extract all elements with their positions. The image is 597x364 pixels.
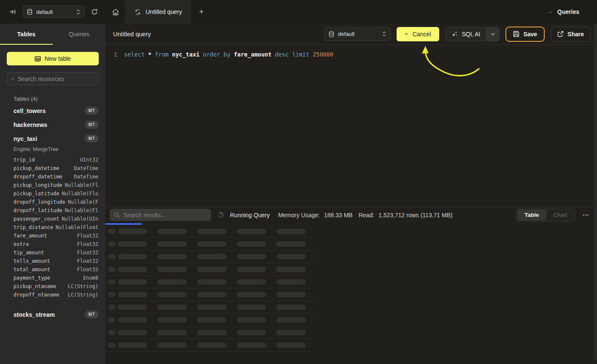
column-row: pickup_latitude Nullable(Flo bbox=[14, 189, 98, 198]
sql-code-line: select * from nyc_taxi order by fare_amo… bbox=[124, 50, 333, 59]
topbar: default bbox=[0, 0, 597, 24]
sql-token: desc bbox=[275, 51, 289, 58]
column-type: Float32 bbox=[77, 258, 98, 264]
sql-ai-button[interactable]: SQL AI bbox=[445, 27, 500, 41]
table-engine-label: Engine: MergeTree bbox=[0, 146, 105, 155]
columns-list: trip_id UInt32 pickup_datetime DateTime … bbox=[0, 155, 105, 302]
results-search[interactable] bbox=[110, 209, 211, 221]
share-label: Share bbox=[567, 31, 584, 38]
save-button[interactable]: Save bbox=[505, 27, 545, 42]
column-row: fare_amount Float32 bbox=[14, 232, 98, 240]
queries-dots-icon: ·· bbox=[548, 9, 553, 15]
scrollbar-track[interactable] bbox=[594, 24, 597, 361]
skeleton-cell bbox=[118, 330, 147, 335]
sidebar-collapse-icon[interactable] bbox=[9, 9, 16, 15]
skeleton-cell bbox=[157, 317, 187, 323]
app-window: default bbox=[0, 0, 597, 364]
tables-section-label: Tables (4) bbox=[14, 96, 105, 102]
query-progress-bar bbox=[105, 223, 142, 225]
column-row: passenger_count Nullable(UIn bbox=[14, 215, 98, 223]
skeleton-cell bbox=[118, 241, 147, 247]
sparkles-icon bbox=[451, 31, 458, 38]
skeleton-cell bbox=[157, 229, 187, 234]
table-row[interactable]: nyc_taxi MT bbox=[0, 132, 105, 146]
view-toggle-chart[interactable]: Chart bbox=[546, 210, 575, 221]
skeleton-cell bbox=[118, 279, 147, 285]
skeleton-row bbox=[105, 339, 316, 352]
tables-list: cell_towers MT hackernews MT nyc_taxi MT… bbox=[0, 104, 105, 321]
sql-ai-main[interactable]: SQL AI bbox=[446, 27, 486, 41]
editor-database-selector-value: default bbox=[338, 31, 354, 37]
sidebar-search[interactable] bbox=[7, 72, 99, 85]
table-row[interactable]: hackernews MT bbox=[0, 118, 105, 132]
home-tab[interactable] bbox=[105, 0, 125, 24]
more-options-button[interactable]: ••• bbox=[581, 213, 591, 217]
sql-token: nyc_taxi bbox=[172, 51, 200, 58]
close-icon: × bbox=[405, 31, 408, 37]
skeleton-cell bbox=[237, 279, 266, 285]
table-engine-badge: MT bbox=[85, 121, 99, 129]
sql-editor[interactable]: 1 select * from nyc_taxi order by fare_a… bbox=[105, 45, 597, 207]
refresh-icon[interactable] bbox=[91, 8, 98, 15]
skeleton-cell bbox=[237, 317, 266, 323]
sql-ai-dropdown[interactable] bbox=[486, 27, 499, 41]
database-selector[interactable]: default bbox=[22, 5, 85, 18]
table-engine-badge: MT bbox=[85, 107, 99, 115]
new-tab-button[interactable]: + bbox=[191, 0, 211, 24]
share-button[interactable]: Share bbox=[551, 27, 591, 42]
column-type: Nullable(F bbox=[68, 199, 98, 205]
sidebar: Tables Queries New table Tables (4) cell… bbox=[0, 24, 105, 364]
tab-untitled-query[interactable]: Untitled query bbox=[125, 0, 191, 24]
database-icon bbox=[27, 9, 32, 15]
cancel-label: Cancel bbox=[413, 31, 431, 38]
home-icon bbox=[112, 8, 119, 16]
sidebar-search-input[interactable] bbox=[18, 75, 94, 82]
skeleton-cell bbox=[118, 342, 147, 348]
skeleton-row bbox=[105, 238, 316, 251]
skeleton-cell bbox=[108, 267, 116, 272]
column-row: pickup_ntaname LC(String) bbox=[14, 282, 98, 291]
column-name: fare_amount bbox=[14, 233, 47, 239]
column-name: passenger_count bbox=[14, 216, 59, 222]
skeleton-cell bbox=[197, 229, 227, 234]
skeleton-row bbox=[105, 314, 316, 326]
save-label: Save bbox=[523, 31, 537, 38]
queries-link[interactable]: ·· Queries bbox=[548, 0, 597, 24]
chevron-updown-icon bbox=[382, 31, 386, 37]
column-name: tip_amount bbox=[14, 250, 44, 256]
skeleton-row bbox=[105, 276, 316, 289]
cancel-button[interactable]: × Cancel bbox=[397, 27, 439, 41]
skeleton-cell bbox=[108, 317, 116, 323]
sidebar-tab-tables[interactable]: Tables bbox=[0, 24, 53, 45]
table-row[interactable]: stocks_stream MT bbox=[0, 307, 105, 321]
table-row[interactable]: cell_towers MT bbox=[0, 104, 105, 118]
column-type: UInt32 bbox=[80, 157, 98, 163]
column-name: pickup_ntaname bbox=[14, 283, 56, 289]
skeleton-cell bbox=[118, 267, 147, 272]
view-toggle: Table Chart bbox=[516, 209, 575, 221]
skeleton-cell bbox=[118, 229, 147, 234]
tab-sync-icon bbox=[135, 9, 141, 15]
main-panel: Untitled query default × Cancel bbox=[105, 24, 597, 364]
skeleton-cell bbox=[276, 305, 306, 310]
editor-database-selector[interactable]: default bbox=[324, 27, 391, 41]
skeleton-cell bbox=[157, 279, 187, 285]
skeleton-cell bbox=[197, 241, 227, 247]
search-icon bbox=[11, 76, 14, 82]
skeleton-cell bbox=[118, 254, 147, 259]
column-row: tolls_amount Float32 bbox=[14, 257, 98, 265]
view-toggle-table[interactable]: Table bbox=[517, 210, 546, 221]
query-status: Running Query bbox=[230, 212, 270, 218]
sidebar-tab-queries[interactable]: Queries bbox=[53, 24, 105, 45]
column-row: dropoff_longitude Nullable(F bbox=[14, 198, 98, 206]
sql-token bbox=[309, 51, 313, 58]
results-search-input[interactable] bbox=[123, 212, 207, 218]
queries-link-label: Queries bbox=[557, 8, 579, 15]
skeleton-row bbox=[105, 289, 316, 301]
new-table-button[interactable]: New table bbox=[7, 52, 99, 65]
spinner-icon bbox=[217, 211, 224, 218]
table-engine-badge: MT bbox=[85, 310, 99, 318]
column-type: Nullable(Float bbox=[56, 224, 98, 230]
column-row: total_amount Float32 bbox=[14, 265, 98, 274]
skeleton-cell bbox=[197, 305, 227, 310]
